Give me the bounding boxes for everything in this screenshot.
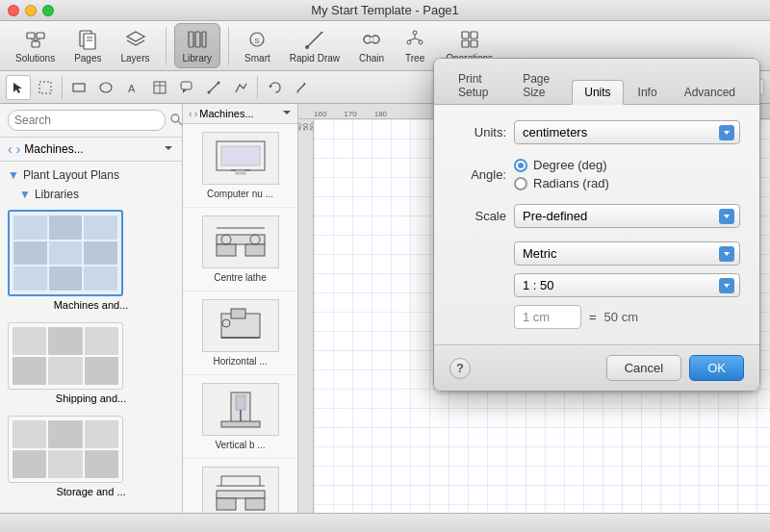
text-tool[interactable]: A — [120, 75, 145, 100]
lib-cell-8 — [49, 266, 83, 291]
ok-button[interactable]: OK — [689, 355, 744, 381]
tab-units[interactable]: Units — [572, 80, 623, 105]
ratio-select[interactable]: 1 : 50 1 : 100 — [514, 273, 740, 297]
svg-line-16 — [307, 32, 322, 47]
chain-label: Chain — [359, 53, 384, 63]
svg-rect-60 — [217, 244, 236, 256]
toolbar-smart[interactable]: S Smart — [237, 24, 278, 67]
nav-back-icon[interactable]: ‹ — [8, 141, 13, 157]
ellipse-tool[interactable] — [93, 75, 118, 100]
cancel-button[interactable]: Cancel — [606, 355, 681, 381]
layers-label: Layers — [121, 53, 150, 63]
tree-root-item[interactable]: ▼ Plant Layout Plans — [0, 165, 182, 185]
minimize-button[interactable] — [25, 5, 37, 16]
toolbar-library[interactable]: Library — [174, 23, 221, 68]
ruler-left-label: 102030405060708090 — [298, 123, 314, 131]
tab-advanced[interactable]: Advanced — [672, 80, 748, 105]
window-title: My Start Template - Page1 — [311, 3, 459, 17]
pencil-tool[interactable] — [289, 75, 314, 100]
storage-label: Storage and ... — [8, 483, 174, 497]
metric-select[interactable]: Metric Imperial — [514, 241, 740, 266]
lib-item-sawing-m[interactable]: Sawing m ... — [183, 459, 297, 513]
units-select-wrap: centimeters inches millimeters — [514, 120, 740, 144]
lib-item-centre-lathe[interactable]: Centre lathe — [183, 208, 297, 291]
toolbar-separator-1 — [166, 27, 167, 65]
tab-print-setup[interactable]: Print Setup — [446, 66, 508, 105]
toolbar-pages[interactable]: Pages — [66, 24, 109, 67]
help-button[interactable]: ? — [449, 358, 471, 379]
tree-icon — [403, 28, 426, 51]
units-select[interactable]: centimeters inches millimeters — [514, 120, 740, 144]
lib-item-computer-nu[interactable]: Computer nu ... — [183, 124, 297, 208]
tree-libraries-item[interactable]: ▼ Libraries — [0, 185, 182, 204]
close-button[interactable] — [8, 5, 19, 16]
search-icon[interactable] — [169, 113, 183, 129]
svg-point-18 — [305, 45, 309, 49]
page-setup-dialog[interactable]: Print Setup Page Size Units Info Advance… — [433, 58, 760, 392]
lib-item-vertical-b[interactable]: Vertical b ... — [183, 375, 297, 459]
nav-forward-icon[interactable]: › — [16, 141, 21, 157]
toolbar-rapid-draw[interactable]: Rapid Draw — [282, 24, 347, 67]
speech-tool[interactable] — [174, 75, 199, 100]
machines-label: Machines and... — [8, 296, 174, 311]
svg-rect-2 — [32, 41, 39, 47]
toolbar-tree[interactable]: Tree — [396, 24, 434, 67]
solutions-icon — [24, 28, 47, 51]
svg-rect-7 — [84, 34, 95, 49]
select-tool[interactable] — [6, 75, 31, 100]
lib-item-horizontal[interactable]: Horizontal ... — [183, 291, 297, 375]
ruler-mark-180: 180 — [374, 110, 387, 118]
radians-radio-row[interactable]: Radians (rad) — [514, 176, 740, 190]
svg-rect-1 — [37, 33, 44, 38]
svg-text:S: S — [255, 37, 260, 45]
table-tool[interactable] — [147, 75, 172, 100]
pen-tool[interactable] — [228, 75, 253, 100]
shipping-library-block[interactable]: Shipping and... — [0, 317, 182, 410]
svg-rect-66 — [231, 309, 245, 318]
stor-cell-3 — [85, 420, 118, 448]
line-tool[interactable] — [201, 75, 226, 100]
undo-tool[interactable] — [262, 75, 287, 100]
radians-radio[interactable] — [514, 177, 527, 190]
library-icon — [186, 28, 209, 51]
svg-rect-75 — [245, 498, 265, 510]
machines-library-block[interactable]: Machines and... — [0, 204, 182, 317]
svg-marker-54 — [283, 111, 291, 114]
operations-icon — [458, 28, 481, 51]
tab-info[interactable]: Info — [626, 80, 670, 105]
ship-cell-4 — [13, 357, 46, 385]
scale-label: Scale — [453, 209, 506, 223]
conversion-left[interactable] — [514, 305, 581, 329]
ship-cell-3 — [85, 327, 118, 355]
maximize-button[interactable] — [42, 5, 54, 16]
rapid-draw-icon — [303, 28, 326, 51]
scale-type-select[interactable]: Pre-defined Custom — [514, 204, 740, 228]
nav-sort-icon[interactable] — [163, 142, 174, 157]
search-input[interactable] — [8, 110, 166, 131]
chain-icon — [360, 28, 383, 51]
toolbar-solutions[interactable]: Solutions — [8, 24, 63, 67]
window-controls[interactable] — [8, 5, 54, 16]
toolbar-chain[interactable]: Chain — [351, 24, 392, 67]
stor-cell-2 — [48, 420, 82, 448]
lib-nav-sort[interactable] — [282, 108, 292, 119]
marquee-tool[interactable] — [33, 75, 58, 100]
lib-nav-forward[interactable]: › — [194, 108, 198, 119]
storage-library-block[interactable]: Storage and ... — [0, 410, 182, 503]
footer-buttons: Cancel OK — [606, 355, 744, 381]
lib-nav-back[interactable]: ‹ — [189, 108, 192, 119]
toolbar-layers[interactable]: Layers — [114, 24, 158, 67]
scale-row: Scale Pre-defined Custom — [453, 204, 740, 228]
angle-label: Angle: — [453, 167, 506, 182]
svg-line-29 — [415, 38, 421, 40]
lib-cell-1 — [13, 215, 47, 240]
lib-cell-9 — [84, 266, 117, 291]
stor-cell-4 — [13, 450, 46, 478]
rect-tool[interactable] — [66, 75, 91, 100]
degree-radio-row[interactable]: Degree (deg) — [514, 158, 740, 172]
tab-page-size[interactable]: Page Size — [510, 66, 570, 105]
dialog-body: Units: centimeters inches millimeters An… — [434, 105, 759, 344]
degree-radio[interactable] — [514, 159, 527, 172]
svg-point-46 — [218, 81, 220, 84]
ratio-select-wrap: 1 : 50 1 : 100 — [514, 273, 740, 297]
